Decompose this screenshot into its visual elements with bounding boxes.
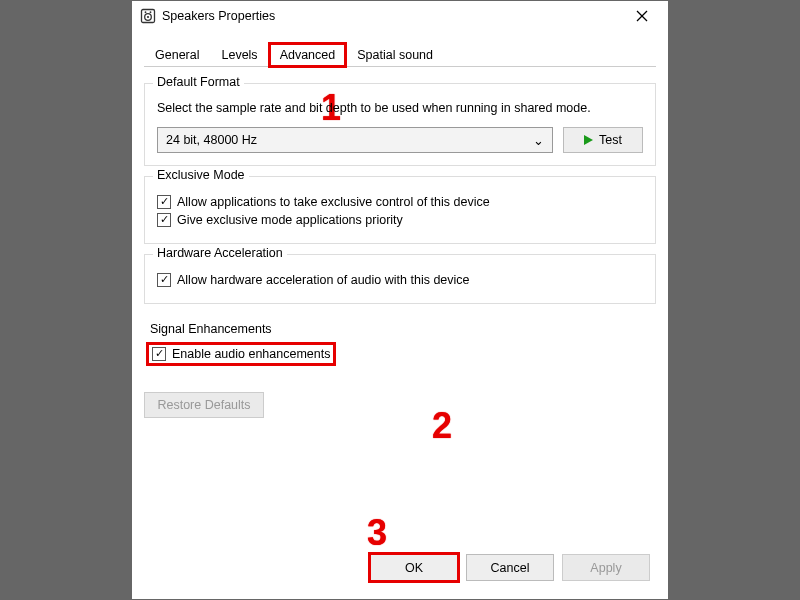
- close-button[interactable]: [622, 2, 662, 30]
- group-exclusive-mode: Exclusive Mode ✓ Allow applications to t…: [144, 176, 656, 244]
- checkbox-hardware-accel[interactable]: ✓ Allow hardware acceleration of audio w…: [157, 273, 643, 287]
- cancel-button[interactable]: Cancel: [466, 554, 554, 581]
- tab-spatial[interactable]: Spatial sound: [346, 43, 444, 67]
- group-default-format: Default Format Select the sample rate an…: [144, 83, 656, 166]
- tab-advanced[interactable]: Advanced: [269, 43, 347, 67]
- checkbox-label: Enable audio enhancements: [172, 347, 330, 361]
- restore-defaults-button[interactable]: Restore Defaults: [144, 392, 264, 418]
- test-button[interactable]: Test: [563, 127, 643, 153]
- checkbox-exclusive-control[interactable]: ✓ Allow applications to take exclusive c…: [157, 195, 643, 209]
- svg-point-2: [147, 16, 149, 18]
- checkbox-label: Give exclusive mode applications priorit…: [177, 213, 403, 227]
- apply-button[interactable]: Apply: [562, 554, 650, 581]
- group-title-default-format: Default Format: [153, 75, 244, 89]
- group-hardware-accel: Hardware Acceleration ✓ Allow hardware a…: [144, 254, 656, 304]
- chevron-down-icon: ⌄: [533, 132, 544, 147]
- speaker-icon: [140, 8, 156, 24]
- group-title-hwaccel: Hardware Acceleration: [153, 246, 287, 260]
- sample-rate-select[interactable]: 24 bit, 48000 Hz ⌄: [157, 127, 553, 153]
- sample-rate-value: 24 bit, 48000 Hz: [166, 133, 257, 147]
- checkbox-icon: ✓: [152, 347, 166, 361]
- tab-content: 1 Default Format Select the sample rate …: [132, 67, 668, 542]
- default-format-description: Select the sample rate and bit depth to …: [157, 100, 643, 117]
- checkbox-enable-enhancements[interactable]: ✓ Enable audio enhancements: [150, 346, 332, 362]
- window-title: Speakers Properties: [162, 9, 622, 23]
- dialog-window: Speakers Properties General Levels Advan…: [131, 0, 669, 600]
- checkbox-icon: ✓: [157, 273, 171, 287]
- svg-point-4: [150, 11, 152, 13]
- checkbox-label: Allow applications to take exclusive con…: [177, 195, 490, 209]
- group-signal-enh: Signal Enhancements ✓ Enable audio enhan…: [144, 320, 656, 366]
- titlebar: Speakers Properties: [132, 1, 668, 31]
- checkbox-icon: ✓: [157, 213, 171, 227]
- tab-general[interactable]: General: [144, 43, 210, 67]
- svg-point-3: [145, 11, 147, 13]
- checkbox-label: Allow hardware acceleration of audio wit…: [177, 273, 470, 287]
- ok-button[interactable]: OK: [370, 554, 458, 581]
- play-icon: [584, 135, 593, 145]
- tabstrip: General Levels Advanced Spatial sound: [144, 39, 656, 67]
- group-title-exclusive: Exclusive Mode: [153, 168, 249, 182]
- test-button-label: Test: [599, 133, 622, 147]
- dialog-footer: 3 OK Cancel Apply: [132, 542, 668, 599]
- checkbox-exclusive-priority[interactable]: ✓ Give exclusive mode applications prior…: [157, 213, 643, 227]
- group-title-signal: Signal Enhancements: [150, 322, 656, 336]
- checkbox-icon: ✓: [157, 195, 171, 209]
- tab-levels[interactable]: Levels: [210, 43, 268, 67]
